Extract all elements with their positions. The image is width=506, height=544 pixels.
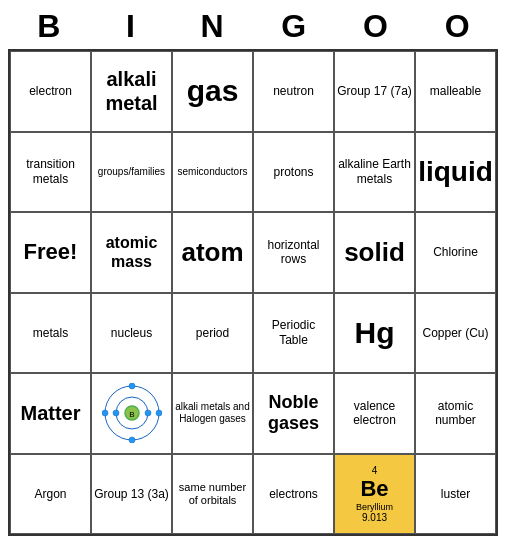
letter-n: N: [172, 8, 252, 45]
cell-r4c4: valence electron: [334, 373, 415, 454]
cell-r1c4: alkaline Earth metals: [334, 132, 415, 213]
cell-r2c2: atom: [172, 212, 253, 293]
cell-r2c1: atomic mass: [91, 212, 172, 293]
cell-r1c0: transition metals: [10, 132, 91, 213]
element-mass: 9.013: [362, 512, 387, 523]
cell-r3c0: metals: [10, 293, 91, 374]
cell-r4c5: atomic number: [415, 373, 496, 454]
cell-r5c1: Group 13 (3a): [91, 454, 172, 535]
cell-r4c3: Noble gases: [253, 373, 334, 454]
svg-point-9: [129, 437, 135, 443]
cell-r0c4: Group 17 (7a): [334, 51, 415, 132]
cell-r0c0: electron: [10, 51, 91, 132]
cell-r3c1: nucleus: [91, 293, 172, 374]
cell-r1c1: groups/families: [91, 132, 172, 213]
cell-r1c3: protons: [253, 132, 334, 213]
svg-point-3: [145, 410, 151, 416]
cell-r3c3: Periodic Table: [253, 293, 334, 374]
element-number: 4: [372, 465, 378, 476]
cell-r2c5: Chlorine: [415, 212, 496, 293]
cell-r5c3: electrons: [253, 454, 334, 535]
cell-r3c5: Copper (Cu): [415, 293, 496, 374]
letter-b: B: [9, 8, 89, 45]
letter-g: G: [254, 8, 334, 45]
cell-r0c2: gas: [172, 51, 253, 132]
element-symbol: Be: [360, 476, 388, 502]
bingo-header: B I N G O O: [8, 8, 498, 45]
cell-r3c4: Hg: [334, 293, 415, 374]
cell-r3c2: period: [172, 293, 253, 374]
cell-r4c2: alkali metals and Halogen gases: [172, 373, 253, 454]
cell-r1c5: liquid: [415, 132, 496, 213]
letter-o2: O: [417, 8, 497, 45]
svg-point-4: [113, 410, 119, 416]
cell-r2c4: solid: [334, 212, 415, 293]
cell-r5c2: same number of orbitals: [172, 454, 253, 535]
cell-r2c0: Free!: [10, 212, 91, 293]
element-name: Beryllium: [356, 502, 393, 512]
cell-r0c5: malleable: [415, 51, 496, 132]
cell-r1c2: semiconductors: [172, 132, 253, 213]
cell-r5c0: Argon: [10, 454, 91, 535]
cell-r0c3: neutron: [253, 51, 334, 132]
svg-point-8: [129, 383, 135, 389]
cell-r5c4-element: 4 Be Beryllium 9.013: [334, 454, 415, 535]
letter-i: I: [90, 8, 170, 45]
cell-r4c1-bohr: B: [91, 373, 172, 454]
cell-r0c1: alkali metal: [91, 51, 172, 132]
letter-o1: O: [335, 8, 415, 45]
cell-r4c0: Matter: [10, 373, 91, 454]
svg-text:B: B: [129, 410, 134, 419]
bingo-grid: electron alkali metal gas neutron Group …: [8, 49, 498, 536]
cell-r2c3: horizontal rows: [253, 212, 334, 293]
svg-point-6: [156, 410, 162, 416]
svg-point-7: [102, 410, 108, 416]
cell-r5c5: luster: [415, 454, 496, 535]
